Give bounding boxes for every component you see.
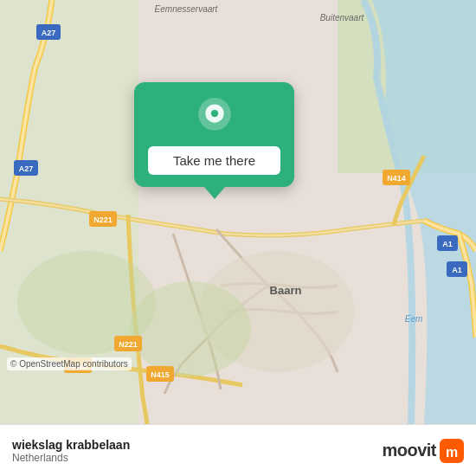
- moovit-text: moovit: [382, 441, 436, 460]
- location-country: Netherlands: [12, 452, 130, 464]
- svg-text:N414: N414: [387, 174, 406, 183]
- svg-text:A27: A27: [19, 164, 34, 173]
- svg-text:Eem: Eem: [405, 314, 423, 324]
- svg-text:N221: N221: [119, 340, 138, 349]
- svg-text:N415: N415: [151, 370, 170, 379]
- svg-text:Baarn: Baarn: [270, 284, 302, 297]
- moovit-brand-icon: m: [440, 439, 464, 463]
- location-pin-icon: [195, 98, 235, 138]
- take-me-there-button[interactable]: Take me there: [148, 146, 280, 175]
- svg-point-30: [210, 110, 217, 117]
- osm-credit: © OpenStreetMap contributors: [7, 357, 132, 370]
- moovit-logo: moovit m: [382, 439, 464, 463]
- map-container: A27 A27 N221 N221 N414 N415 N415 A1 A1 E…: [0, 0, 476, 424]
- svg-text:Eemnesservaart: Eemnesservaart: [155, 4, 219, 14]
- svg-text:A1: A1: [452, 266, 462, 274]
- location-name: wiekslag krabbelaan: [12, 438, 130, 452]
- popup-card: Take me there: [134, 82, 294, 187]
- bottom-bar: wiekslag krabbelaan Netherlands moovit m: [0, 424, 476, 476]
- svg-text:Buitenvaart: Buitenvaart: [320, 13, 365, 23]
- svg-text:A27: A27: [42, 29, 56, 37]
- svg-text:N221: N221: [93, 215, 113, 224]
- svg-text:m: m: [446, 445, 458, 460]
- svg-text:A1: A1: [442, 240, 453, 248]
- location-info: wiekslag krabbelaan Netherlands: [12, 438, 130, 464]
